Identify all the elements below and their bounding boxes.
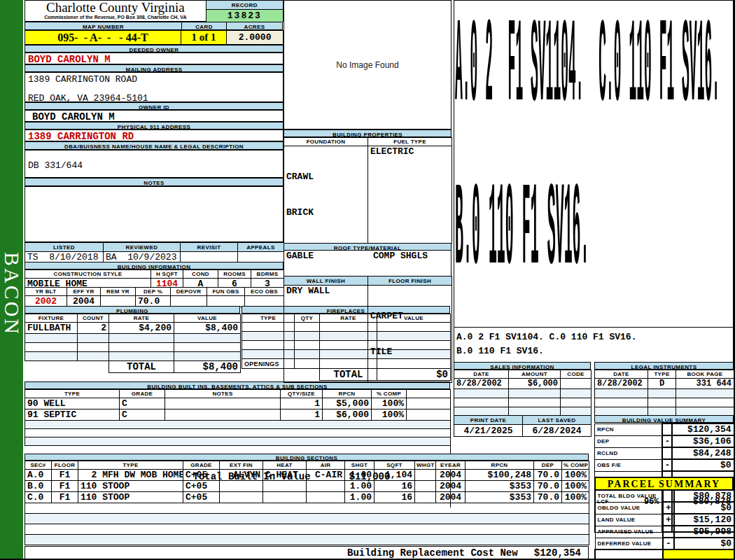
card-label: CARD (181, 22, 227, 30)
parcel-summary-title: PARCEL SUMMARY (594, 477, 734, 491)
bsec-grade: C+05 (183, 492, 220, 503)
bsec-col-comp: % COMP (562, 461, 589, 470)
bsec-col-grade: GRADE (183, 461, 220, 470)
built-ins-col-rpcn: RPCN (323, 390, 372, 398)
parcel-value: $15,120 (674, 514, 734, 526)
parcel-op (663, 490, 674, 502)
empty-row (25, 334, 241, 343)
parcel-row: OBLDG VALUE + $0 (595, 502, 734, 514)
built-ins-comp: 100% (372, 398, 407, 410)
empty-row (595, 398, 734, 407)
bsec-col-sqft: SQFT (374, 461, 415, 470)
parcel-op: + (663, 502, 674, 514)
bsec-heat (263, 492, 307, 503)
sidebar-watermark: BACON (0, 224, 23, 364)
bsec-col-extfin: EXT FIN (220, 461, 263, 470)
parcel-row: DEFERRED VALUE - $0 (595, 538, 734, 550)
legal-table: DATE TYPE BOOK PAGE 8/28/2002 D 331 644 (594, 370, 734, 416)
bsec-comp: 100% (562, 492, 589, 503)
bsec-col-dep: DEP (534, 461, 562, 470)
dba-value-box: DB 331/644 (24, 150, 284, 178)
bsec-col-shgt: SHGT (345, 461, 374, 470)
plumbing-fixture: FULLBATH (25, 323, 78, 334)
listed-label: LISTED (25, 243, 104, 252)
fuel-value: ELECTRIC (368, 146, 452, 244)
empty-row (595, 389, 734, 398)
legal-bookpage: 331 644 (676, 379, 734, 389)
roof-material-value: COMP SHGLS (373, 251, 428, 276)
bsec-col-air: AIR (307, 461, 345, 470)
funobs-label: FUN OBS (207, 288, 245, 296)
building-section-row: C.0 F1 110 STOOP C+05 1.00 16 2004 $353 … (25, 492, 589, 503)
bsec-rpcn: $353 (465, 492, 534, 503)
sketch-legend: A.0 2 F1 SV1104. C.0 110 F1 SV16. B.0 11… (454, 328, 734, 362)
map-number-label: MAP NUMBER (24, 22, 182, 30)
building-info-title: BUILDING INFORMATION (24, 262, 284, 270)
built-ins-grade: C (120, 398, 165, 410)
built-ins-notes (165, 410, 281, 421)
built-ins-qty: 1 (281, 398, 323, 410)
empty-row (25, 514, 589, 524)
mailing-address-block: 1389 CARRINGTON ROAD RED OAK, VA 23964-5… (24, 72, 284, 102)
plumbing-col-count: COUNT (78, 314, 109, 323)
bsec-comp: 100% (562, 470, 589, 481)
effyr-label: EFF YR (67, 288, 101, 296)
physical-address-label: PHYSICAL 911 ADDRESS (24, 122, 284, 130)
mailing-line2: RED OAK, VA 23964-5101 (25, 85, 283, 104)
legal-col-bookpage: BOOK PAGE (676, 370, 734, 379)
county-subtitle: Commissioner of the Revenue, PO Box 308,… (25, 15, 206, 20)
built-ins-col-qty: QTY/SIZE (281, 390, 323, 398)
deeded-owner-value: BOYD CAROLYN M (24, 52, 284, 64)
parcel-label: DEFERRED VALUE (595, 538, 663, 550)
county-title: Charlotte County Virginia (25, 1, 206, 15)
bdrms-label: BDRMS (251, 270, 284, 279)
sketch-area: A.0 2 F1 SV1104. C.0 110 F1 SV16. B.0 11… (454, 0, 734, 328)
floor-line2: TILE (370, 346, 449, 357)
bsec-sec: A.0 (25, 470, 52, 481)
rooms-label: ROOMS (218, 270, 251, 279)
plumbing-col-value: VALUE (174, 314, 241, 323)
dba-value: DB 331/644 (25, 150, 283, 171)
bsec-sec: B.0 (25, 481, 52, 492)
parcel-label: LAND VALUE (595, 514, 663, 526)
floor-line1: CARPET (370, 311, 449, 321)
built-ins-col-comp: % COMP (372, 390, 407, 398)
print-info-table: PRINT DATE LAST SAVED 4/21/2025 6/28/202… (454, 415, 591, 437)
parcel-row: LAND VALUE + $15,120 (595, 514, 734, 526)
depovr-label: DEPOVR (171, 288, 207, 296)
bsec-heat (263, 481, 307, 492)
construction-style-label: CONSTRUCTION STYLE (25, 270, 151, 279)
bsec-eyear: 2004 (436, 481, 465, 492)
cond-label: COND (183, 270, 218, 279)
vs-label: OBS F/E (595, 459, 662, 471)
notes-label: NOTES (24, 178, 284, 186)
record-label: RECORD (206, 1, 283, 10)
property-record-card: BACON Charlotte County Virginia Commissi… (0, 0, 735, 560)
sales-table: DATE AMOUNT CODE 8/28/2002 $6,000 (454, 370, 591, 416)
plumbing-count: 2 (78, 323, 109, 334)
parcel-row: TOTAL BLDG VALUE $80,878 (595, 490, 734, 502)
value-summary-title: BUILDING VALUE SUMMARY (594, 415, 734, 423)
parcel-value: $95,998 (674, 526, 734, 538)
bsec-extfin: ALVYN (220, 470, 263, 481)
vs-label: DEP (595, 435, 662, 447)
listed-date: 8/10/2018 (49, 252, 98, 262)
bsec-type: 110 STOOP (78, 492, 183, 503)
mailing-line1: 1389 CARRINGTON ROAD (25, 73, 283, 85)
sales-code (561, 379, 592, 389)
sales-row: 8/28/2002 $6,000 (454, 379, 592, 389)
vs-op (662, 424, 672, 435)
parcel-label: OBLDG VALUE (595, 502, 663, 514)
vs-op: - (662, 435, 672, 447)
bsec-air (307, 492, 345, 503)
value-summary-row: RCLND $84,248 (595, 447, 734, 459)
print-date-value: 4/21/2025 (454, 425, 523, 437)
parcel-op (663, 526, 674, 538)
acres-label: ACRES (226, 22, 283, 30)
appeals-label: APPEALS (238, 243, 284, 252)
bsec-col-type: TYPE (78, 461, 183, 470)
legal-row: 8/28/2002 D 331 644 (595, 379, 734, 389)
empty-row (454, 398, 592, 407)
empty-row (25, 503, 589, 514)
sales-col-code: CODE (561, 370, 592, 379)
